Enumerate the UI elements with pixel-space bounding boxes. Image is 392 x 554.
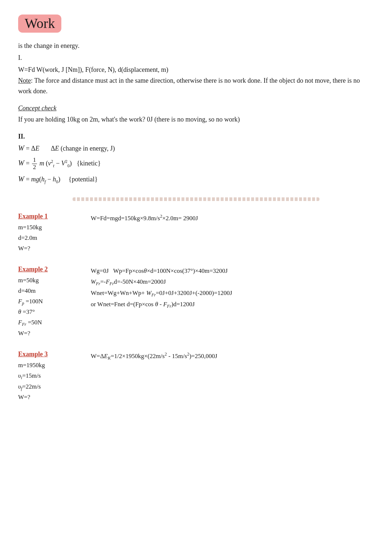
intro-section: is the change in energy. I. W=Fd W(work,… [18,41,374,97]
example-1-block: Example 1 m=150kg d=2.0m W=? W=Fd=mgd=15… [18,213,374,254]
example-3-left: Example 3 m=1950kg υi=15m/s υf=22m/s W=? [18,350,91,403]
example-2-title: Example 2 [18,266,91,273]
intro-note: Note: The force and distance must act in… [18,75,374,97]
example-3-title: Example 3 [18,350,91,358]
page-title: Work [25,16,55,31]
example-1-given: m=150kg d=2.0m W=? [18,222,91,254]
section-ii: II. W = ΔE ΔE (change in energy, J) W = … [18,133,374,186]
note-label: Note [18,77,31,84]
title-badge: Work [18,15,61,33]
example-2-calc: Wg=0J Wp=Fp×cosθ×d=100N×cos(37°)×40m=320… [91,266,374,311]
eq-w-delta-e: W = ΔE ΔE (change in energy, J) [18,141,374,155]
fraction-half: 1 2 [32,157,37,171]
example-2-left: Example 2 m=50kg d=40m Fp =100N θ =37° F… [18,266,91,339]
eq-potential: W = mg(hf − h0) {potential} [18,172,374,186]
example-3-given: m=1950kg υi=15m/s υf=22m/s W=? [18,360,91,403]
example-1-left: Example 1 m=150kg d=2.0m W=? [18,213,91,254]
intro-line2: I. [18,53,374,63]
example-3-calc: W=ΔEK=1/2×1950kg×(22m/s2 - 15m/s2)=250,0… [91,350,374,362]
concept-check-section: Concept check If you are holding 10kg on… [18,104,374,125]
section-ii-label: II. [18,133,374,140]
example-2-given: m=50kg d=40m Fp =100N θ =37° FFr =50N W=… [18,275,91,339]
example-1-title: Example 1 [18,213,91,220]
concept-check-title: Concept check [18,104,374,112]
intro-line1: is the change in energy. [18,41,374,51]
decorative-divider [73,197,319,201]
intro-formula: W=Fd W(work, J [Nm]), F(force, N), d(dis… [18,65,374,75]
example-3-block: Example 3 m=1950kg υi=15m/s υf=22m/s W=?… [18,350,374,403]
note-body: : The force and distance must act in the… [18,77,360,95]
concept-check-body: If you are holding 10kg on 2m, what's th… [18,114,374,125]
example-1-calc: W=Fd=mgd=150kg×9.8m/s2×2.0m= 2900J [91,213,374,223]
eq-kinetic: W = 1 2 m (v2t − V20) {kinetic} [18,156,374,171]
example-2-block: Example 2 m=50kg d=40m Fp =100N θ =37° F… [18,266,374,339]
examples-section: Example 1 m=150kg d=2.0m W=? W=Fd=mgd=15… [18,213,374,403]
